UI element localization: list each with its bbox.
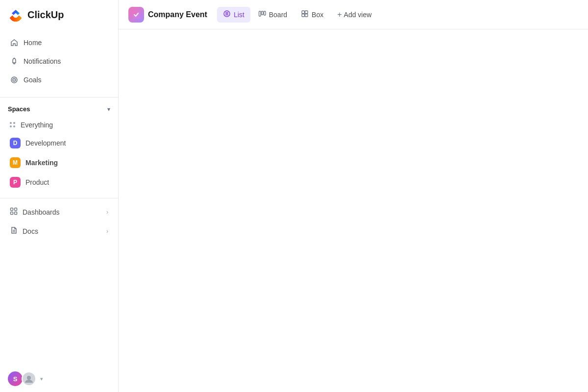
svg-rect-18: [302, 11, 305, 14]
development-avatar: D: [10, 138, 21, 148]
add-view-button[interactable]: + Add view: [331, 7, 377, 22]
sidebar: ClickUp Home Notifications: [0, 0, 119, 392]
box-icon: [301, 10, 309, 20]
divider-1: [0, 97, 118, 98]
board-icon: [258, 10, 266, 20]
dashboards-chevron-icon: ›: [106, 209, 108, 216]
tab-list-label: List: [234, 11, 245, 19]
main-nav: Home Notifications Goals: [0, 29, 118, 93]
svg-rect-19: [305, 11, 308, 14]
svg-rect-20: [302, 14, 305, 17]
list-icon: [223, 10, 231, 20]
topbar: Company Event List: [119, 0, 588, 29]
docs-icon: [10, 226, 18, 236]
divider-2: [0, 198, 118, 198]
view-tabs: List Board: [217, 7, 377, 23]
tab-list[interactable]: List: [217, 7, 250, 23]
workspace-title: Company Event: [148, 10, 207, 19]
tab-board[interactable]: Board: [252, 7, 293, 23]
svg-point-2: [14, 79, 15, 80]
workspace-icon: [128, 7, 144, 23]
sidebar-item-notifications[interactable]: Notifications: [2, 52, 116, 71]
docs-label: Docs: [23, 227, 38, 235]
spaces-header[interactable]: Spaces ▾: [0, 101, 118, 117]
svg-rect-5: [11, 212, 13, 215]
sidebar-footer[interactable]: S ▾: [0, 366, 118, 392]
product-avatar: P: [10, 177, 21, 188]
tab-box-label: Box: [312, 11, 323, 19]
sidebar-item-dashboards[interactable]: Dashboards ›: [2, 202, 116, 221]
sidebar-item-home-label: Home: [24, 39, 42, 47]
svg-rect-10: [132, 11, 140, 19]
dashboards-label: Dashboards: [23, 208, 60, 216]
content-area: [119, 29, 588, 392]
user-avatar-photo: [22, 371, 36, 386]
sidebar-item-everything-label: Everything: [21, 121, 53, 129]
sidebar-item-goals[interactable]: Goals: [2, 71, 116, 89]
svg-rect-4: [15, 208, 17, 211]
home-icon: [10, 38, 19, 47]
svg-rect-16: [261, 11, 263, 15]
sidebar-item-home[interactable]: Home: [2, 33, 116, 52]
sidebar-item-marketing-label: Marketing: [25, 159, 58, 167]
tab-board-label: Board: [269, 11, 287, 19]
sidebar-item-marketing[interactable]: M Marketing: [2, 153, 116, 172]
svg-point-9: [27, 376, 31, 380]
sidebar-item-goals-label: Goals: [24, 76, 42, 84]
dashboards-icon: [10, 207, 18, 217]
sidebar-item-development-label: Development: [25, 139, 66, 147]
sidebar-item-development[interactable]: D Development: [2, 133, 116, 153]
everything-icon: [10, 122, 16, 128]
bell-icon: [10, 57, 19, 66]
svg-rect-15: [259, 11, 261, 16]
add-view-label: Add view: [344, 11, 372, 19]
spaces-title: Spaces: [8, 105, 30, 113]
tab-box[interactable]: Box: [295, 7, 329, 23]
logo-area: ClickUp: [0, 0, 118, 29]
chevron-down-icon: ▾: [107, 106, 110, 113]
marketing-avatar: M: [10, 157, 21, 168]
sidebar-item-product[interactable]: P Product: [2, 172, 116, 192]
docs-chevron-icon: ›: [106, 228, 108, 235]
clickup-logo-icon: [8, 7, 24, 23]
svg-rect-6: [15, 212, 17, 215]
svg-rect-3: [11, 208, 13, 211]
sidebar-item-product-label: Product: [25, 178, 49, 186]
plus-icon: +: [337, 10, 342, 19]
svg-rect-21: [305, 14, 308, 17]
user-avatar-s: S: [8, 371, 23, 386]
footer-chevron-icon: ▾: [40, 376, 43, 382]
svg-rect-17: [264, 11, 266, 15]
sidebar-item-notifications-label: Notifications: [24, 57, 61, 65]
main-content: Company Event List: [119, 0, 588, 392]
logo-text: ClickUp: [27, 9, 64, 21]
target-icon: [10, 75, 19, 84]
sidebar-item-everything[interactable]: Everything: [2, 117, 116, 133]
sidebar-item-docs[interactable]: Docs ›: [2, 221, 116, 241]
